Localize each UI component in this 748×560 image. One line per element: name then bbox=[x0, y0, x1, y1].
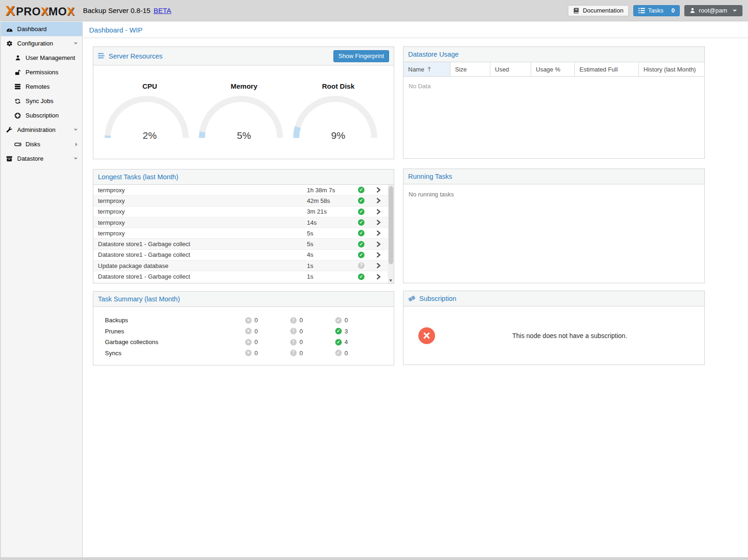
summary-row: Garbage collections ×0 !0 ✓4 bbox=[93, 337, 394, 348]
top-bar: X PRO X MO X Backup Server 0.8-15 BETA D… bbox=[0, 0, 748, 21]
open-task-chevron-icon[interactable] bbox=[369, 197, 388, 204]
gauge-value: 9% bbox=[291, 130, 385, 141]
summary-row: Prunes ×0 !0 ✓3 bbox=[93, 326, 394, 337]
scrollbar-thumb[interactable] bbox=[389, 186, 393, 264]
status-ok-icon: ✓ bbox=[358, 241, 364, 247]
sidebar-item-label: Permissions bbox=[26, 69, 59, 76]
column-label: Usage % bbox=[536, 66, 560, 73]
summary-row: Syncs ×0 !0 ✓0 bbox=[93, 348, 394, 359]
tachometer-icon bbox=[6, 26, 13, 33]
task-duration: 3m 21s bbox=[307, 208, 353, 215]
page-title: Dashboard - WIP bbox=[84, 22, 748, 38]
page-title-label: Dashboard - WIP bbox=[89, 26, 143, 34]
sidebar-item-label: Disks bbox=[26, 141, 40, 148]
column-label: Size bbox=[455, 66, 467, 73]
scroll-down-icon[interactable]: ▼ bbox=[388, 278, 394, 283]
sidebar-item-subscription[interactable]: Subscription bbox=[1, 108, 82, 123]
chevron-down-icon[interactable] bbox=[73, 42, 78, 45]
sidebar-item-user-management[interactable]: User Management bbox=[1, 51, 82, 65]
logo-text: PRO bbox=[16, 5, 41, 18]
sidebar-item-dashboard[interactable]: Dashboard bbox=[1, 22, 82, 36]
page-bottom-border bbox=[0, 557, 748, 560]
panel-title: Server Resources bbox=[109, 52, 163, 60]
column-header-size[interactable]: Size bbox=[450, 62, 490, 76]
chevron-down-icon[interactable] bbox=[73, 128, 78, 131]
gauge-value: 5% bbox=[197, 130, 291, 141]
logo-text: MO bbox=[49, 5, 67, 18]
status-ok-icon: ✓ bbox=[358, 219, 364, 226]
sidebar-item-label: Configuration bbox=[17, 40, 53, 47]
warning-count-icon: ! bbox=[290, 339, 297, 345]
tasks-button[interactable]: Tasks 0 bbox=[633, 5, 680, 16]
summary-label: Backups bbox=[93, 317, 245, 324]
task-name: termproxy bbox=[93, 219, 307, 226]
sidebar-item-label: Datastore bbox=[17, 155, 43, 162]
sidebar-item-label: Sync Jobs bbox=[26, 98, 53, 104]
task-row: termproxy 14s ✓ bbox=[93, 217, 389, 228]
task-summary-panel: Task Summary (last Month) Backups ×0 !0 … bbox=[93, 291, 394, 365]
ok-count: 0 bbox=[345, 350, 348, 357]
chevron-down-icon[interactable] bbox=[73, 157, 78, 160]
sidebar-item-label: Dashboard bbox=[17, 26, 47, 33]
chevron-down-icon bbox=[732, 9, 737, 13]
logo-text: X bbox=[41, 5, 49, 18]
open-task-chevron-icon[interactable] bbox=[369, 208, 388, 215]
no-subscription-icon: × bbox=[418, 327, 435, 344]
proxmox-x-icon: X bbox=[6, 3, 15, 19]
archive-box-icon bbox=[6, 155, 13, 163]
open-task-chevron-icon[interactable] bbox=[369, 230, 388, 236]
sidebar-item-disks[interactable]: Disks bbox=[1, 137, 82, 151]
column-header-name[interactable]: Name bbox=[403, 62, 450, 76]
ok-count-icon: ✓ bbox=[335, 317, 342, 324]
task-name: termproxy bbox=[93, 230, 307, 237]
user-icon bbox=[689, 7, 696, 13]
task-name: Datastore store1 - Garbage collect bbox=[93, 241, 307, 247]
status-unknown-icon: ? bbox=[358, 262, 364, 269]
error-count-icon: × bbox=[245, 317, 252, 324]
ok-count: 0 bbox=[345, 317, 348, 324]
tasks-label: Tasks bbox=[648, 7, 663, 14]
task-duration: 5s bbox=[307, 230, 353, 237]
open-task-chevron-icon[interactable] bbox=[369, 187, 388, 193]
task-duration: 1s bbox=[307, 262, 353, 269]
documentation-button[interactable]: Documentation bbox=[568, 5, 628, 16]
beta-link[interactable]: BETA bbox=[154, 7, 171, 14]
sidebar-item-permissions[interactable]: Permissions bbox=[1, 65, 82, 79]
gauge-label: Root Disk bbox=[291, 82, 385, 90]
error-count: 0 bbox=[254, 317, 258, 324]
sidebar-item-remotes[interactable]: Remotes bbox=[1, 79, 82, 94]
hard-disk-icon bbox=[14, 141, 21, 148]
open-task-chevron-icon[interactable] bbox=[369, 241, 388, 247]
column-header-estimated-full[interactable]: Estimated Full bbox=[575, 62, 639, 76]
sidebar-item-sync-jobs[interactable]: Sync Jobs bbox=[1, 94, 82, 108]
root-disk-gauge: Root Disk 9% bbox=[291, 65, 385, 159]
column-label: Name bbox=[408, 66, 424, 73]
open-task-chevron-icon[interactable] bbox=[369, 219, 388, 226]
life-ring-icon bbox=[14, 112, 21, 119]
column-header-used[interactable]: Used bbox=[490, 62, 531, 76]
open-task-chevron-icon[interactable] bbox=[369, 252, 388, 258]
error-count: 0 bbox=[254, 339, 258, 345]
panel-title: Subscription bbox=[419, 295, 456, 302]
sidebar-item-configuration[interactable]: Configuration bbox=[1, 36, 82, 51]
warning-count-icon: ! bbox=[290, 350, 297, 356]
task-row: Datastore store1 - Garbage collect 4s ✓ bbox=[93, 250, 389, 260]
cpu-gauge: CPU 2% bbox=[103, 65, 197, 159]
task-duration: 1h 38m 7s bbox=[307, 187, 353, 194]
status-ok-icon: ✓ bbox=[358, 197, 364, 204]
server-resources-panel: Server Resources Show Fingerprint CPU 2% bbox=[93, 46, 394, 159]
user-menu-button[interactable]: root@pam bbox=[684, 5, 742, 16]
task-row: termproxy 5s ✓ bbox=[93, 228, 389, 239]
show-fingerprint-button[interactable]: Show Fingerprint bbox=[333, 50, 389, 62]
column-header-usage-pct[interactable]: Usage % bbox=[531, 62, 575, 76]
column-label: Used bbox=[495, 66, 509, 73]
tasks-scrollbar[interactable]: ▼ bbox=[388, 185, 394, 283]
sidebar-item-datastore[interactable]: Datastore bbox=[1, 151, 82, 166]
warning-count: 0 bbox=[299, 339, 303, 345]
task-row: Datastore store1 - Garbage collect 5s ✓ bbox=[93, 239, 389, 249]
column-header-history[interactable]: History (last Month) bbox=[639, 62, 704, 76]
sidebar-item-administration[interactable]: Administration bbox=[1, 123, 82, 137]
chevron-right-icon[interactable] bbox=[75, 142, 78, 147]
open-task-chevron-icon[interactable] bbox=[369, 273, 388, 280]
open-task-chevron-icon[interactable] bbox=[369, 262, 388, 269]
